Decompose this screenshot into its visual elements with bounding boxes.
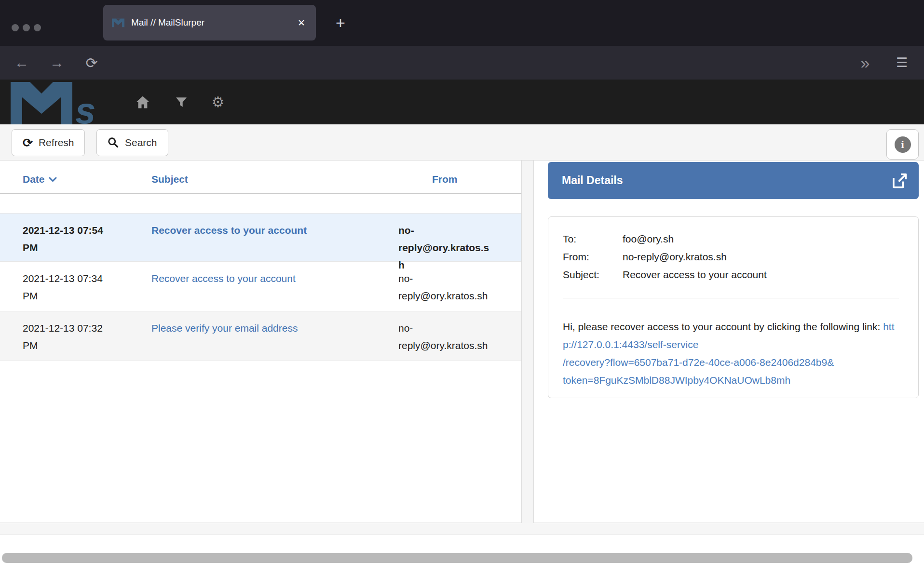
window-control-dot[interactable] [23,24,30,31]
column-header-from[interactable]: From [398,174,521,193]
search-icon [108,137,119,148]
mail-row-subject-link[interactable]: Recover access to your account [151,225,307,236]
mail-list-panel: Date Subject From 2021-12-13 07:54 PM Re… [0,161,522,523]
mail-row-date: 2021-12-13 07:32 PM [0,320,151,361]
mail-row-from: no-reply@ory.kratos.sh [398,222,521,261]
mail-body-intro: Hi, please recover access to your accoun… [563,321,883,332]
mail-row-subject-link[interactable]: Recover access to your account [151,273,296,284]
refresh-icon: ⟳ [23,136,33,150]
footer-strip [0,523,924,535]
to-label: To: [563,230,623,248]
detail-row-to: To: foo@ory.sh [563,230,899,248]
panel-divider [522,161,534,535]
column-header-subject[interactable]: Subject [151,174,398,193]
mail-details-panel: Mail Details To: foo@ory.sh From: no-rep… [534,161,924,523]
sort-chevron-down-icon [49,177,57,182]
external-link-icon [891,172,908,189]
search-button-label: Search [125,137,157,148]
browser-tab-mailslurper[interactable]: Mail // MailSlurper ✕ [103,5,316,40]
from-value: no-reply@ory.kratos.sh [623,248,727,266]
mailslurper-favicon-icon [112,17,124,28]
mailslurper-logo: s [11,80,112,124]
mail-row[interactable]: 2021-12-13 07:32 PM Please verify your e… [0,311,521,361]
new-tab-button[interactable]: + [329,11,352,35]
horizontal-scrollbar[interactable] [2,553,912,563]
tab-title: Mail // MailSlurper [131,17,204,28]
details-divider [563,298,899,298]
mailslurper-page: { "browser": { "tab_title": "Mail // Mai… [0,0,924,564]
window-controls[interactable] [12,24,41,31]
column-header-date-label: Date [23,174,45,185]
app-header: s ⚙ [0,80,924,124]
bottom-scroll-area [0,535,924,564]
info-icon: i [895,136,911,153]
browser-tab-bar: Mail // MailSlurper ✕ + [0,0,924,46]
refresh-button[interactable]: ⟳ Refresh [12,129,85,156]
filter-icon[interactable] [173,80,190,124]
mail-body-text: Hi, please recover access to your accoun… [563,318,899,389]
from-label: From: [563,248,623,266]
recovery-link-line: /recovery?flow=6507ba71-d72e-40ce-a006-8… [563,353,899,371]
menu-hamburger-icon[interactable]: ☰ [888,46,915,80]
column-header-date[interactable]: Date [0,174,151,193]
mail-details-title: Mail Details [548,174,891,187]
action-toolbar: ⟳ Refresh Search [0,124,924,161]
reload-icon[interactable]: ⟳ [80,46,104,80]
overflow-chevrons-icon[interactable]: » [852,46,879,80]
mail-list-header-row: Date Subject From [0,161,521,194]
open-external-button[interactable] [891,172,919,189]
to-value: foo@ory.sh [623,230,674,248]
mail-row-date: 2021-12-13 07:34 PM [0,270,151,311]
gear-icon[interactable]: ⚙ [208,80,228,124]
info-button[interactable]: i [886,129,919,160]
window-control-dot[interactable] [12,24,19,31]
mail-details-card: To: foo@ory.sh From: no-reply@ory.kratos… [548,216,919,398]
detail-row-from: From: no-reply@ory.kratos.sh [563,248,899,266]
mail-row-selected[interactable]: 2021-12-13 07:54 PM Recover access to yo… [0,214,521,262]
forward-icon[interactable]: → [45,46,69,80]
tab-close-icon[interactable]: ✕ [298,5,305,40]
mail-row-from: no-reply@ory.kratos.sh [398,320,521,361]
recovery-link-line: token=8FguKzSMblD88JWIpby4OKNaUOwLb8mh [563,371,899,389]
mail-row-from: no-reply@ory.kratos.sh [398,270,521,311]
home-icon[interactable] [133,80,152,124]
search-button[interactable]: Search [96,129,168,156]
mail-row-date: 2021-12-13 07:54 PM [0,222,151,261]
subject-label: Subject: [563,266,623,283]
window-control-dot[interactable] [34,24,41,31]
mail-row[interactable]: 2021-12-13 07:34 PM Recover access to yo… [0,262,521,311]
detail-row-subject: Subject: Recover access to your account [563,266,899,283]
subject-value: Recover access to your account [623,266,767,283]
mail-list-empty-row [0,194,521,214]
mail-row-subject-link[interactable]: Please verify your email address [151,322,298,334]
browser-navbar: ← → ⟳ 127.0.0.1:4436/# 90% ☆ » ☰ [0,46,924,80]
back-icon[interactable]: ← [10,46,34,80]
svg-text:s: s [75,90,95,124]
mail-details-header: Mail Details [548,162,919,199]
refresh-button-label: Refresh [39,137,74,148]
